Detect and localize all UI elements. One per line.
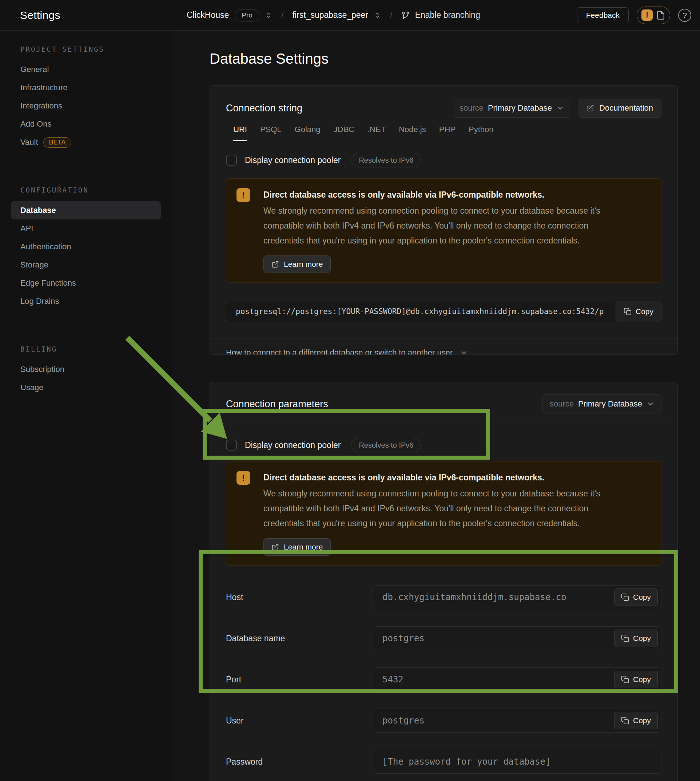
connection-parameters-title: Connection parameters: [226, 399, 328, 410]
chevron-up-down-icon[interactable]: [373, 11, 381, 19]
sidebar-item-authentication[interactable]: Authentication: [11, 238, 161, 256]
copy-host-button[interactable]: Copy: [614, 589, 658, 606]
connection-string-row: postgresql://postgres:[YOUR-PASSWORD]@db…: [226, 301, 662, 322]
page-heading: Database Settings: [210, 50, 678, 67]
port-input[interactable]: 5432 Copy: [373, 668, 662, 691]
tab-dotnet[interactable]: .NET: [367, 125, 386, 141]
tab-nodejs[interactable]: Node.js: [399, 125, 426, 141]
connection-string-title: Connection string: [226, 103, 302, 114]
copy-icon: [621, 717, 629, 724]
sidebar-item-edge-functions[interactable]: Edge Functions: [11, 274, 161, 292]
host-row: Host db.cxhygiuitamxhniiddjm.supabase.co…: [226, 585, 662, 609]
pooler-row: Display connection pooler Resolves to IP…: [210, 141, 677, 167]
changelog-icon: [656, 10, 665, 20]
port-value: 5432: [382, 674, 614, 684]
user-input[interactable]: postgres Copy: [373, 709, 662, 733]
top-header: Settings ClickHouse Pro / first_supabase…: [0, 0, 700, 30]
host-value: db.cxhygiuitamxhniiddjm.supabase.co: [382, 592, 614, 602]
help-icon[interactable]: ?: [678, 9, 691, 22]
git-branch-icon: [401, 11, 410, 20]
warning-icon: !: [642, 10, 653, 21]
display-connection-pooler-label: Display connection pooler: [245, 441, 340, 450]
sidebar-item-general[interactable]: General: [11, 60, 161, 78]
breadcrumb-separator: /: [390, 10, 393, 20]
warning-body: We strongly recommend using connection p…: [263, 486, 631, 531]
sidebar-divider: [0, 328, 172, 328]
tab-jdbc[interactable]: JDBC: [333, 125, 354, 141]
sidebar-item-vault[interactable]: Vault BETA: [11, 133, 161, 152]
copy-port-button[interactable]: Copy: [614, 671, 658, 688]
breadcrumb-organization[interactable]: ClickHouse: [187, 10, 229, 20]
main-content: Database Settings Connection string sour…: [172, 30, 700, 781]
sidebar-item-database[interactable]: Database: [11, 201, 161, 219]
copy-label: Copy: [633, 593, 651, 602]
tab-php[interactable]: PHP: [439, 125, 455, 141]
feedback-button[interactable]: Feedback: [577, 7, 629, 23]
warning-body: We strongly recommend using connection p…: [263, 204, 631, 248]
tab-psql[interactable]: PSQL: [260, 125, 282, 141]
external-link-icon: [272, 543, 279, 551]
resolves-to-ipv6-badge: Resolves to IPv6: [352, 438, 421, 452]
chevron-up-down-icon[interactable]: [265, 11, 273, 19]
copy-icon: [623, 307, 632, 315]
sidebar-item-log-drains[interactable]: Log Drains: [11, 292, 161, 310]
pooler-row: Display connection pooler Resolves to IP…: [210, 424, 677, 452]
warning-icon: !: [237, 188, 250, 202]
source-select-value: Primary Database: [578, 399, 642, 409]
copy-label: Copy: [633, 634, 651, 643]
chevron-down-icon: [460, 349, 468, 355]
copy-user-button[interactable]: Copy: [614, 712, 658, 729]
password-input[interactable]: [The password for your database]: [373, 750, 662, 774]
connection-string-tabs: URI PSQL Golang JDBC .NET Node.js PHP Py…: [210, 118, 677, 141]
sidebar-item-add-ons[interactable]: Add Ons: [11, 115, 161, 133]
sidebar-item-subscription[interactable]: Subscription: [11, 360, 161, 379]
sidebar-item-storage[interactable]: Storage: [11, 256, 161, 274]
copy-database-name-button[interactable]: Copy: [614, 629, 658, 647]
host-label: Host: [226, 592, 373, 602]
connect-help-label: How to connect to a different database o…: [226, 348, 453, 355]
tab-python[interactable]: Python: [468, 125, 494, 141]
sidebar-item-infrastructure[interactable]: Infrastructure: [11, 78, 161, 97]
connect-help-toggle[interactable]: How to connect to a different database o…: [210, 338, 677, 355]
connection-string-value[interactable]: postgresql://postgres:[YOUR-PASSWORD]@db…: [226, 301, 616, 322]
sidebar-item-api[interactable]: API: [11, 219, 161, 238]
sidebar-item-usage[interactable]: Usage: [11, 379, 161, 397]
database-name-input[interactable]: postgres Copy: [373, 626, 662, 650]
copy-connection-string-button[interactable]: Copy: [616, 301, 662, 322]
source-select[interactable]: source Primary Database: [452, 98, 571, 118]
copy-label: Copy: [633, 675, 651, 684]
learn-more-button[interactable]: Learn more: [263, 538, 331, 556]
port-label: Port: [226, 675, 373, 684]
copy-icon: [621, 676, 629, 683]
documentation-button[interactable]: Documentation: [578, 98, 662, 118]
connection-parameters-header: Connection parameters source Primary Dat…: [210, 382, 677, 424]
display-connection-pooler-checkbox[interactable]: [226, 440, 237, 451]
source-select[interactable]: source Primary Database: [542, 394, 662, 414]
tab-uri[interactable]: URI: [233, 125, 247, 141]
enable-branching-button[interactable]: Enable branching: [401, 10, 480, 20]
notifications-pill[interactable]: !: [637, 7, 670, 24]
header-left: Settings: [0, 0, 172, 30]
chevron-down-icon: [647, 400, 655, 408]
tab-golang[interactable]: Golang: [295, 125, 320, 141]
breadcrumb-project[interactable]: first_supabase_peer: [293, 10, 368, 20]
sidebar-item-label: Vault: [20, 138, 38, 147]
user-label: User: [226, 716, 373, 726]
host-input[interactable]: db.cxhygiuitamxhniiddjm.supabase.co Copy: [373, 585, 662, 609]
display-connection-pooler-label: Display connection pooler: [245, 155, 340, 165]
header-breadcrumb-bar: ClickHouse Pro / first_supabase_peer / E…: [172, 0, 700, 30]
learn-more-button[interactable]: Learn more: [263, 255, 331, 273]
external-link-icon: [586, 104, 594, 112]
enable-branching-label: Enable branching: [415, 10, 480, 20]
beta-badge: BETA: [43, 137, 72, 148]
copy-icon: [621, 634, 629, 642]
sidebar-divider: [0, 169, 172, 169]
ipv6-warning-callout: ! Direct database access is only availab…: [226, 179, 662, 283]
sidebar-section-project-settings: PROJECT SETTINGS: [11, 45, 161, 53]
connection-string-card: Connection string source Primary Databas…: [210, 85, 678, 355]
display-connection-pooler-checkbox[interactable]: [226, 155, 237, 165]
learn-more-label: Learn more: [284, 260, 323, 269]
settings-sidebar: PROJECT SETTINGS General Infrastructure …: [0, 30, 172, 781]
copy-label: Copy: [636, 307, 653, 316]
sidebar-item-integrations[interactable]: Integrations: [11, 97, 161, 115]
